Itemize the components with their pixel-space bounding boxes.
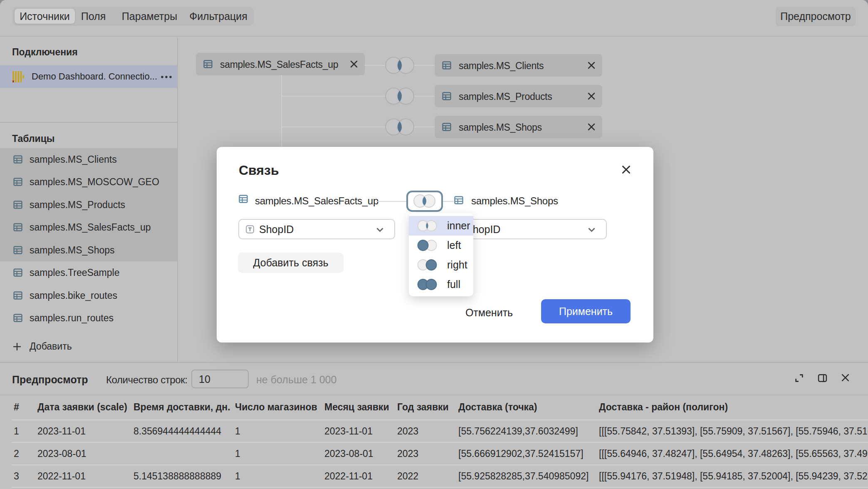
left-field-select[interactable]: ShopID bbox=[238, 219, 395, 239]
add-table-button[interactable]: Добавить bbox=[0, 337, 177, 356]
sidebar-table-ms-shops[interactable]: samples.MS_Shops bbox=[0, 239, 177, 261]
column-header: Доставка (точка) bbox=[458, 402, 537, 413]
canvas-node-salesfacts[interactable]: samples.MS_SalesFacts_up bbox=[196, 53, 365, 75]
cell: 1 bbox=[14, 426, 19, 437]
cell: 2023-08-01 bbox=[324, 448, 373, 459]
header-bar: Источники Поля Параметры Фильтрация Пред… bbox=[0, 0, 868, 37]
cell: 2023 bbox=[397, 448, 418, 459]
join-option-full[interactable]: full bbox=[409, 275, 473, 294]
sidebar-table-treesample[interactable]: samples.TreeSample bbox=[0, 261, 177, 284]
join-option-right[interactable]: right bbox=[409, 255, 473, 275]
cell: 2023-11-01 bbox=[324, 426, 373, 437]
cell: 2023 bbox=[397, 426, 418, 437]
relation-left-table: samples.MS_SalesFacts_up bbox=[255, 195, 378, 207]
remove-node-icon[interactable] bbox=[350, 60, 358, 68]
tables-section-title: Таблицы bbox=[12, 133, 54, 144]
cell: 1 bbox=[235, 448, 240, 459]
connection-menu-icon[interactable] bbox=[161, 75, 172, 79]
join-type-button[interactable] bbox=[406, 191, 443, 212]
connector-line bbox=[281, 127, 394, 127]
dataset-editor-window: Источники Поля Параметры Фильтрация Пред… bbox=[0, 0, 868, 489]
table-icon bbox=[13, 200, 22, 209]
join-icon-inner[interactable] bbox=[384, 56, 415, 74]
table-icon bbox=[13, 246, 22, 255]
table-name: samples.MS_SalesFacts_up bbox=[30, 222, 151, 233]
close-preview-icon[interactable] bbox=[841, 373, 850, 382]
preview-toggle-button[interactable]: Предпросмотр bbox=[776, 7, 856, 26]
remove-node-icon[interactable] bbox=[587, 92, 596, 100]
table-name: samples.MS_Shops bbox=[30, 245, 115, 256]
table-icon bbox=[13, 268, 22, 277]
table-name: samples.bike_routes bbox=[30, 290, 117, 301]
table-name: samples.MS_Products bbox=[30, 199, 125, 211]
canvas-node-clients[interactable]: samples.MS_Clients bbox=[435, 54, 602, 77]
cancel-button[interactable]: Отменить bbox=[462, 303, 516, 323]
table-icon bbox=[13, 313, 22, 323]
tab-parameters[interactable]: Параметры bbox=[119, 9, 180, 24]
sidebar-table-ms-products[interactable]: samples.MS_Products bbox=[0, 194, 177, 216]
preview-table: # Дата заявки (scale) Время доставки, дн… bbox=[0, 395, 868, 489]
table-icon bbox=[13, 177, 22, 186]
rows-count-hint: не больше 1 000 bbox=[256, 374, 336, 386]
table-icon bbox=[442, 122, 451, 132]
relation-line bbox=[376, 201, 406, 202]
cell: 8.356944444444444 bbox=[134, 426, 221, 437]
cell: [[[55.64946, 37.48247], [55.64954, 37.48… bbox=[599, 448, 868, 459]
sidebar-table-run-routes[interactable]: samples.run_routes bbox=[0, 307, 177, 329]
connection-name: Demo Dashboard. Connectio... bbox=[32, 71, 157, 82]
cell: 5.145138888888889 bbox=[134, 471, 221, 482]
preview-title: Предпросмотр bbox=[12, 374, 88, 386]
join-option-label: inner bbox=[447, 220, 470, 232]
apply-button[interactable]: Применить bbox=[541, 299, 631, 323]
cell: 3 bbox=[14, 471, 19, 482]
sidebar-table-ms-salesfacts-up[interactable]: samples.MS_SalesFacts_up bbox=[0, 216, 177, 238]
tab-fields[interactable]: Поля bbox=[67, 9, 119, 24]
chevron-down-icon bbox=[588, 228, 595, 232]
rows-count-input[interactable]: 10 bbox=[191, 370, 249, 388]
right-field-select[interactable]: ShopID bbox=[450, 219, 607, 239]
expand-preview-icon[interactable] bbox=[794, 373, 804, 383]
table-icon bbox=[454, 196, 463, 205]
join-icon-inner[interactable] bbox=[384, 118, 415, 136]
preview-table-header: # Дата заявки (scale) Время доставки, дн… bbox=[0, 395, 868, 419]
column-header: Дата заявки (scale) bbox=[37, 402, 127, 413]
connection-item[interactable]: Demo Dashboard. Connectio... bbox=[0, 65, 177, 88]
remove-node-icon[interactable] bbox=[587, 123, 596, 131]
sidebar: Подключения Demo Dashboard. Connectio...… bbox=[0, 37, 178, 362]
join-full-icon bbox=[417, 278, 438, 290]
canvas-node-shops[interactable]: samples.MS_Shops bbox=[435, 116, 602, 138]
tab-filtering[interactable]: Фильтрация bbox=[189, 9, 247, 24]
dock-right-icon[interactable] bbox=[818, 373, 827, 383]
cell: [[[55.75842, 37.51393], [55.75909, 37.51… bbox=[599, 426, 868, 437]
column-header: Месяц заявки bbox=[324, 402, 389, 413]
join-option-inner[interactable]: inner bbox=[409, 216, 473, 236]
connector-line bbox=[414, 127, 435, 127]
join-option-left[interactable]: left bbox=[409, 236, 473, 255]
join-right-icon bbox=[417, 259, 438, 271]
table-name: samples.TreeSample bbox=[30, 267, 119, 278]
preview-panel: Предпросмотр Количество строк: 10 не бол… bbox=[0, 362, 868, 489]
dialog-title: Связь bbox=[239, 163, 279, 178]
close-dialog-icon[interactable] bbox=[621, 165, 631, 174]
sidebar-table-ms-clients[interactable]: samples.MS_Clients bbox=[0, 148, 177, 171]
canvas-node-products[interactable]: samples.MS_Products bbox=[435, 85, 602, 107]
cell: 1 bbox=[235, 471, 240, 482]
cell: [55.756224139,37.6032499] bbox=[458, 426, 578, 437]
add-relation-button[interactable]: Добавить связь bbox=[238, 253, 344, 273]
join-icon-inner[interactable] bbox=[384, 87, 415, 105]
join-option-label: left bbox=[447, 239, 461, 251]
cell: 2022-11-01 bbox=[324, 471, 373, 482]
tab-sources[interactable]: Источники bbox=[15, 9, 75, 24]
rows-count-label: Количество строк: bbox=[106, 374, 188, 386]
sidebar-table-bike-routes[interactable]: samples.bike_routes bbox=[0, 284, 177, 307]
sidebar-table-ms-moscow-geo[interactable]: samples.MS_MOSCOW_GEO bbox=[0, 171, 177, 193]
join-option-label: full bbox=[447, 278, 460, 290]
table-icon bbox=[442, 92, 451, 101]
relation-line bbox=[443, 201, 454, 202]
table-icon bbox=[442, 61, 451, 70]
cell: [[[55.94176, 37.51948], [55.94185, 37.52… bbox=[599, 471, 868, 482]
add-table-label: Добавить bbox=[30, 341, 72, 352]
plus-icon bbox=[13, 343, 21, 351]
node-label: samples.MS_SalesFacts_up bbox=[220, 59, 338, 70]
remove-node-icon[interactable] bbox=[587, 61, 596, 70]
